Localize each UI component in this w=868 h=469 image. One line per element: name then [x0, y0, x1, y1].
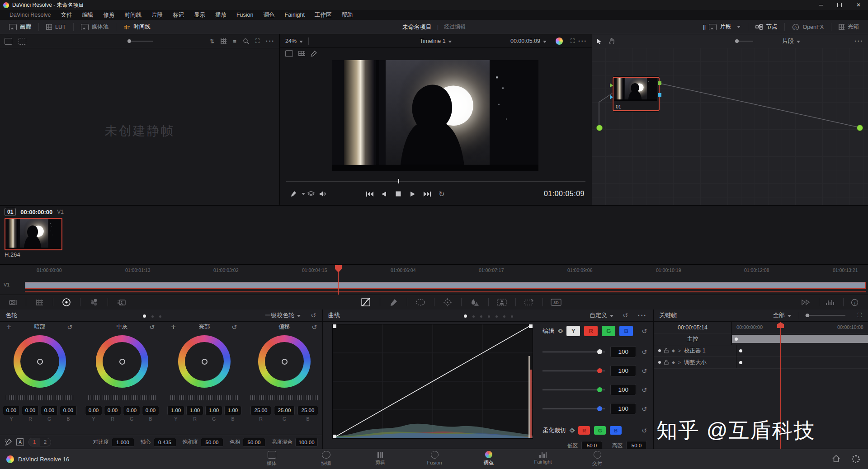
enable-dot-icon[interactable]: [658, 361, 661, 364]
menu-trim[interactable]: 修剪: [98, 11, 119, 19]
expand-chevron-icon[interactable]: >: [678, 360, 681, 365]
media-pool-toggle-button[interactable]: 媒体池: [74, 20, 116, 34]
viewer-options-icon[interactable]: ···: [578, 38, 587, 45]
lift-reset-icon[interactable]: ↺: [67, 324, 72, 331]
pager-page-1[interactable]: 1: [29, 438, 40, 446]
settings-gear-icon[interactable]: [852, 455, 860, 463]
loop-button[interactable]: ↻: [436, 189, 448, 199]
list-view-icon[interactable]: ≡: [233, 38, 236, 45]
close-button[interactable]: ✕: [849, 0, 868, 10]
gallery-toggle-button[interactable]: 画廊: [2, 20, 38, 34]
skip-to-start-button[interactable]: [363, 189, 375, 199]
gain-g-value[interactable]: 1.00: [205, 406, 222, 415]
auto-balance-wand-icon[interactable]: [5, 439, 12, 446]
lift-master-wheel[interactable]: [6, 395, 74, 400]
curves-reset-icon[interactable]: ↺: [623, 312, 628, 319]
gang-link-icon[interactable]: ⧉: [557, 327, 565, 335]
split-compare-tool[interactable]: [795, 295, 816, 310]
node-key-input-port[interactable]: [610, 95, 613, 99]
grid-view-icon[interactable]: [221, 38, 226, 44]
lift-wheel[interactable]: [14, 335, 66, 388]
sizing-tool[interactable]: [518, 295, 540, 310]
gamma-g-value[interactable]: 0.00: [123, 406, 140, 415]
offset-reset-icon[interactable]: ↺: [311, 324, 317, 331]
lock-icon[interactable]: [664, 360, 669, 365]
g-reset-icon[interactable]: ↺: [642, 386, 647, 394]
pager-page-2[interactable]: 2: [40, 438, 51, 446]
gamma-master-wheel[interactable]: [88, 395, 156, 400]
keyframe-row-master[interactable]: 主控: [654, 333, 868, 345]
gallery-options-icon[interactable]: ···: [266, 38, 275, 45]
lift-picker-icon[interactable]: ✛: [6, 324, 11, 330]
stop-button[interactable]: [392, 189, 404, 199]
offset-g-value[interactable]: 25.00: [274, 406, 295, 415]
keyframes-filter-select[interactable]: 全部: [773, 311, 791, 319]
home-icon[interactable]: [832, 455, 840, 462]
timeline-select[interactable]: Timeline 1: [420, 38, 452, 44]
keyframe-row-corrector[interactable]: ◆ > 校正器 1: [654, 345, 868, 357]
color-picker-icon[interactable]: [287, 189, 299, 199]
gain-wheel[interactable]: [178, 335, 231, 388]
maximize-button[interactable]: [830, 0, 849, 10]
lift-b-value[interactable]: 0.00: [60, 406, 77, 415]
gain-y-value[interactable]: 1.00: [167, 406, 184, 415]
wheels-page-dots[interactable]: [140, 312, 164, 319]
page-color[interactable]: 调色: [468, 451, 509, 466]
menu-davinci-resolve[interactable]: DaVinci Resolve: [5, 12, 56, 18]
menu-edit[interactable]: 编辑: [77, 11, 98, 19]
b-reset-icon[interactable]: ↺: [642, 405, 647, 413]
gain-picker-icon[interactable]: ✛: [171, 324, 176, 330]
b-gain-slider[interactable]: [542, 408, 605, 409]
edit-reset-icon[interactable]: ↺: [642, 328, 647, 335]
wheels-reset-icon[interactable]: ↺: [311, 312, 316, 319]
picker-dropdown-icon[interactable]: [302, 193, 305, 195]
hand-tool-icon[interactable]: [609, 38, 615, 44]
expand-icon[interactable]: ⛶: [255, 38, 259, 45]
keyframes-expand-icon[interactable]: ⛶: [858, 312, 862, 319]
color-palette-tool[interactable]: [28, 295, 50, 310]
r-gain-value[interactable]: 100: [610, 365, 636, 376]
menu-view[interactable]: 显示: [189, 11, 210, 19]
b-gain-value[interactable]: 100: [610, 403, 636, 414]
gamma-y-value[interactable]: 0.00: [85, 406, 102, 415]
source-input-node[interactable]: [596, 125, 603, 131]
gain-r-value[interactable]: 1.00: [186, 406, 203, 415]
offset-wheel[interactable]: [258, 335, 311, 388]
y-reset-icon[interactable]: ↺: [642, 348, 647, 356]
scopes-tool[interactable]: [819, 295, 841, 310]
lock-icon[interactable]: [664, 348, 669, 353]
channel-g-button[interactable]: G: [602, 326, 615, 336]
curves-page-dots[interactable]: [461, 312, 516, 319]
lift-r-value[interactable]: 0.00: [22, 406, 39, 415]
hue-value[interactable]: 50.00: [243, 438, 265, 447]
page-cut[interactable]: 快编: [306, 451, 346, 467]
keyframe-dot[interactable]: [735, 338, 738, 341]
menu-mark[interactable]: 标记: [168, 11, 189, 19]
keyframes-zoom-slider[interactable]: [805, 315, 845, 316]
channel-r-button[interactable]: R: [584, 326, 598, 336]
g-gain-value[interactable]: 100: [610, 384, 636, 395]
search-icon[interactable]: [243, 38, 249, 44]
page-fairlight[interactable]: Fairlight: [523, 451, 563, 464]
gamma-reset-icon[interactable]: ↺: [149, 324, 155, 331]
resolve-fx-icon[interactable]: [556, 38, 563, 45]
pivot-value[interactable]: 0.435: [154, 438, 176, 447]
wipe-mode-icon[interactable]: [285, 50, 293, 57]
node-rgb-input-port[interactable]: [610, 83, 613, 88]
clip-thumbnail[interactable]: [5, 218, 62, 250]
softclip-r-button[interactable]: R: [578, 426, 590, 435]
play-reverse-button[interactable]: [378, 189, 390, 199]
node-zoom-slider[interactable]: [735, 41, 753, 42]
power-window-tool[interactable]: [410, 295, 431, 310]
enable-dot-icon[interactable]: [658, 349, 661, 352]
openfx-toggle-button[interactable]: fx OpenFX: [785, 20, 831, 34]
menu-clip[interactable]: 片段: [146, 11, 168, 19]
key-tool[interactable]: [491, 295, 513, 310]
color-wheels-tool[interactable]: [56, 295, 77, 310]
contrast-value[interactable]: 1.000: [112, 438, 134, 447]
offset-master-wheel[interactable]: [250, 395, 318, 400]
lift-g-value[interactable]: 0.00: [41, 406, 58, 415]
page-media[interactable]: 媒体: [251, 451, 292, 467]
r-reset-icon[interactable]: ↺: [642, 367, 647, 375]
lift-y-value[interactable]: 0.00: [3, 406, 20, 415]
